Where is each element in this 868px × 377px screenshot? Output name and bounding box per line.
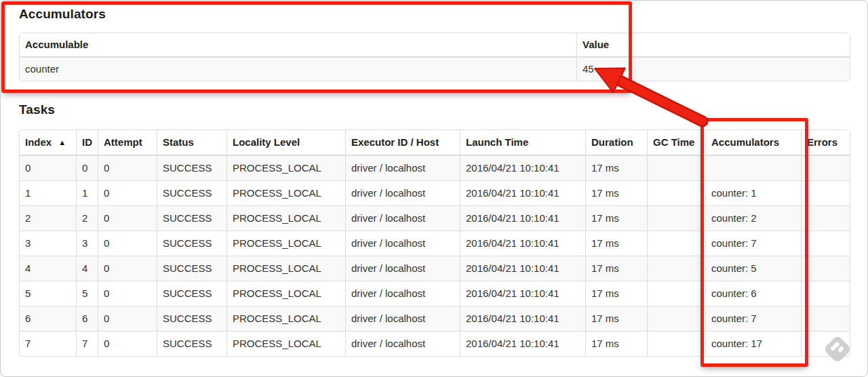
table-cell: SUCCESS [157,331,226,356]
table-cell: 45 [576,58,850,81]
column-header-status[interactable]: Status [157,130,226,156]
table-cell: PROCESS_LOCAL [226,180,345,205]
table-cell: 2016/04/21 10:10:41 [460,281,585,306]
table-cell: 5 [20,281,76,306]
table-cell: 7 [76,331,98,356]
table-cell: counter: 7 [705,306,801,331]
table-cell [705,156,801,180]
table-cell [647,205,705,231]
table-cell: 0 [98,205,157,231]
table-row: 330SUCCESSPROCESS_LOCALdriver / localhos… [20,231,850,256]
table-cell: 17 ms [585,331,647,356]
table-cell: SUCCESS [157,205,226,231]
table-cell: driver / localhost [345,180,460,205]
table-cell: 2 [76,205,98,231]
table-cell: 0 [98,306,157,331]
table-cell: SUCCESS [157,256,226,281]
table-cell: 2016/04/21 10:10:41 [460,205,585,231]
column-header-index[interactable]: Index▲ [20,130,76,156]
column-header-value: Value [576,33,850,58]
tasks-table-body: 000SUCCESSPROCESS_LOCALdriver / localhos… [20,156,850,356]
column-header-errors[interactable]: Errors [801,130,850,156]
table-row: 000SUCCESSPROCESS_LOCALdriver / localhos… [20,156,850,180]
table-cell [647,281,705,306]
table-cell: counter: 6 [705,281,801,306]
table-row: 220SUCCESSPROCESS_LOCALdriver / localhos… [20,205,850,231]
table-cell [801,281,850,306]
table-cell: 17 ms [585,180,647,205]
table-cell: 17 ms [585,205,647,231]
column-header-attempt[interactable]: Attempt [98,130,157,156]
table-cell [647,231,705,256]
table-cell: 6 [76,306,98,331]
table-cell: 1 [20,180,76,205]
column-header-executor-id-host[interactable]: Executor ID / Host [345,130,460,156]
table-cell: 0 [98,281,157,306]
table-cell: 2 [20,205,76,231]
table-cell: 17 ms [585,156,647,180]
table-cell: PROCESS_LOCAL [226,156,345,180]
table-cell: counter: 1 [705,180,801,205]
table-cell: 0 [98,180,157,205]
table-cell [647,306,705,331]
table-cell [801,256,850,281]
table-cell: driver / localhost [345,306,460,331]
column-header-duration[interactable]: Duration [585,130,647,156]
table-cell: 0 [98,231,157,256]
table-row: counter45 [20,58,850,81]
table-cell: counter: 17 [705,331,801,356]
table-cell [801,205,850,231]
table-cell: SUCCESS [157,281,226,306]
table-cell: PROCESS_LOCAL [226,331,345,356]
column-header-accumulable: Accumulable [20,33,576,58]
table-cell: PROCESS_LOCAL [226,231,345,256]
accumulators-table: AccumulableValue counter45 [19,33,850,81]
column-header-locality-level[interactable]: Locality Level [226,130,345,156]
table-cell [801,331,850,356]
table-cell: counter: 2 [705,205,801,231]
column-header-id[interactable]: ID [76,130,98,156]
table-row: 660SUCCESSPROCESS_LOCALdriver / localhos… [20,306,850,331]
table-cell: counter: 7 [705,231,801,256]
table-cell: driver / localhost [345,231,460,256]
accumulators-table-header-row: AccumulableValue [20,33,850,58]
table-cell: counter: 5 [705,256,801,281]
table-cell [647,180,705,205]
table-cell [801,180,850,205]
table-cell [647,331,705,356]
table-cell: 2016/04/21 10:10:41 [460,306,585,331]
table-row: 440SUCCESSPROCESS_LOCALdriver / localhos… [20,256,850,281]
table-cell: driver / localhost [345,256,460,281]
table-cell: 6 [20,306,76,331]
table-cell: 0 [76,156,98,180]
column-header-gc-time[interactable]: GC Time [647,130,705,156]
table-cell: driver / localhost [345,156,460,180]
table-cell: 4 [20,256,76,281]
column-header-accumulators[interactable]: Accumulators [705,130,801,156]
table-cell [801,156,850,180]
table-cell: 2016/04/21 10:10:41 [460,180,585,205]
table-cell: 3 [76,231,98,256]
table-cell: SUCCESS [157,156,226,180]
table-cell: 0 [98,256,157,281]
table-cell [647,256,705,281]
table-cell: 4 [76,256,98,281]
table-cell: 17 ms [585,256,647,281]
table-cell: 2016/04/21 10:10:41 [460,331,585,356]
table-cell: PROCESS_LOCAL [226,281,345,306]
table-row: 550SUCCESSPROCESS_LOCALdriver / localhos… [20,281,850,306]
table-cell: 17 ms [585,306,647,331]
column-header-launch-time[interactable]: Launch Time [460,130,585,156]
table-row: 770SUCCESSPROCESS_LOCALdriver / localhos… [20,331,850,356]
table-cell: 1 [76,180,98,205]
table-cell: 2016/04/21 10:10:41 [460,156,585,180]
table-cell: PROCESS_LOCAL [226,306,345,331]
table-cell: counter [20,58,576,81]
table-cell: driver / localhost [345,331,460,356]
table-cell: 2016/04/21 10:10:41 [460,231,585,256]
table-cell: 17 ms [585,281,647,306]
table-cell: SUCCESS [157,180,226,205]
table-cell: 3 [20,231,76,256]
table-cell: 0 [98,156,157,180]
table-cell: 7 [20,331,76,356]
